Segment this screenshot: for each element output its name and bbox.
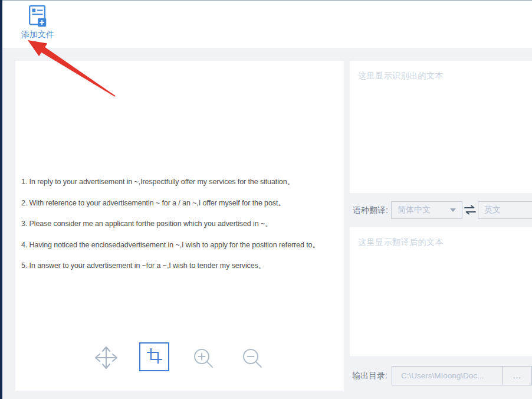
recognized-text-area[interactable]: 这里显示识别出的文本 bbox=[350, 61, 532, 193]
output-directory-path[interactable]: C:\Users\MIoong\Doc... bbox=[392, 367, 503, 385]
browse-directory-button[interactable]: ... bbox=[503, 367, 531, 385]
target-language-value: 英文 bbox=[484, 205, 501, 215]
translated-text-area[interactable]: 这里显示翻译后的文本 bbox=[350, 227, 532, 356]
crop-icon bbox=[146, 347, 163, 367]
zoom-in-icon bbox=[192, 362, 215, 372]
document-line: 1. In reply to your advertisement in ~,I… bbox=[21, 178, 340, 186]
add-file-label: 添加文件 bbox=[19, 30, 57, 40]
chevron-down-icon bbox=[450, 208, 456, 212]
document-plus-icon bbox=[19, 5, 57, 28]
recognized-text-placeholder: 这里显示识别出的文本 bbox=[358, 71, 444, 80]
zoom-out-button[interactable] bbox=[241, 346, 264, 370]
target-language-select[interactable]: 英文 bbox=[478, 201, 532, 219]
zoom-in-button[interactable] bbox=[192, 346, 215, 370]
zoom-out-icon bbox=[241, 362, 264, 372]
source-language-value: 简体中文 bbox=[398, 205, 431, 215]
crop-tool-button[interactable] bbox=[139, 342, 169, 371]
output-directory-label: 输出目录: bbox=[352, 371, 387, 381]
document-line: 5. In answer to your advertisement in ~f… bbox=[21, 261, 340, 270]
toolbar: 添加文件 bbox=[2, 1, 532, 48]
document-preview-panel: 1. In reply to your advertisement in ~,I… bbox=[15, 61, 344, 391]
move-tool-button[interactable] bbox=[93, 345, 119, 371]
source-language-select[interactable]: 简体中文 bbox=[391, 201, 462, 219]
document-line: 2. With reference to your advertisementi… bbox=[21, 199, 340, 207]
swap-languages-button[interactable] bbox=[464, 204, 477, 218]
document-text: 1. In reply to your advertisement in ~,I… bbox=[21, 178, 340, 283]
output-directory-row: 输出目录: C:\Users\MIoong\Doc... ... bbox=[350, 365, 532, 386]
language-translation-row: 语种翻译: 简体中文 英文 bbox=[350, 197, 532, 224]
document-line: 4. Having noticed the enclosedadvertisem… bbox=[21, 241, 340, 249]
add-file-button[interactable]: 添加文件 bbox=[19, 5, 57, 40]
language-translation-label: 语种翻译: bbox=[353, 205, 388, 216]
output-directory-field: C:\Users\MIoong\Doc... ... bbox=[392, 366, 532, 385]
document-line: 3. Please consider me an applicant forth… bbox=[21, 220, 340, 228]
move-arrows-icon bbox=[93, 362, 119, 372]
translated-text-placeholder: 这里显示翻译后的文本 bbox=[358, 237, 444, 247]
